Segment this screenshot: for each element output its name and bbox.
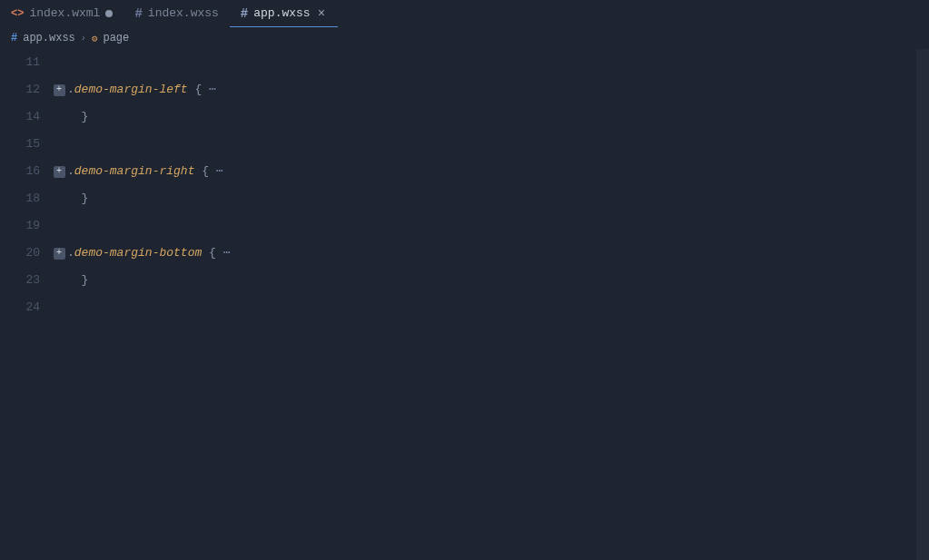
hash-icon: # xyxy=(241,6,248,21)
symbol-icon: ⚙ xyxy=(92,33,98,44)
tab-label: index.wxml xyxy=(29,6,100,20)
tab-label: index.wxss xyxy=(148,6,219,20)
tabs-bar: <>index.wxml#index.wxss#app.wxss× xyxy=(0,0,929,27)
line-number: 24 xyxy=(0,294,51,321)
chevron-right-icon: › xyxy=(81,34,86,44)
code-text[interactable]: } xyxy=(67,185,929,212)
editor-area[interactable]: 1112+.demo-margin-left { ⋯14 }1516+.demo… xyxy=(0,49,929,560)
line-number: 14 xyxy=(0,103,51,131)
code-text[interactable]: .demo-margin-bottom { ⋯ xyxy=(67,240,929,267)
tab-index-wxss[interactable]: #index.wxss xyxy=(124,0,229,27)
fold-gutter xyxy=(51,267,67,294)
code-line[interactable]: 16+.demo-margin-right { ⋯ xyxy=(0,158,929,185)
code-text[interactable]: .demo-margin-right { ⋯ xyxy=(67,158,929,185)
code-text[interactable]: } xyxy=(67,267,929,294)
expand-fold-icon[interactable]: + xyxy=(54,166,65,178)
line-number: 11 xyxy=(0,49,51,76)
tab-label: app.wxss xyxy=(253,6,310,20)
fold-gutter xyxy=(51,294,67,321)
code-line[interactable]: 23 } xyxy=(0,267,929,294)
vertical-scrollbar[interactable] xyxy=(916,49,929,560)
line-number: 19 xyxy=(0,212,51,240)
line-number: 23 xyxy=(0,267,51,294)
fold-gutter: + xyxy=(51,158,67,185)
code-text[interactable] xyxy=(67,294,929,321)
hash-icon: # xyxy=(134,6,142,21)
fold-gutter xyxy=(51,103,67,131)
fold-gutter xyxy=(51,49,67,76)
tab-app-wxss[interactable]: #app.wxss× xyxy=(230,0,338,27)
fold-gutter xyxy=(51,131,67,158)
code-line[interactable]: 12+.demo-margin-left { ⋯ xyxy=(0,76,929,103)
expand-fold-icon[interactable]: + xyxy=(54,248,65,260)
breadcrumb: # app.wxss › ⚙ page xyxy=(0,27,929,49)
hash-icon: # xyxy=(11,32,17,44)
dirty-indicator-icon xyxy=(105,10,113,17)
code-line[interactable]: 24 xyxy=(0,294,929,321)
line-number: 15 xyxy=(0,131,51,158)
line-number: 12 xyxy=(0,76,51,103)
fold-gutter xyxy=(51,212,67,240)
code-text[interactable] xyxy=(67,131,929,158)
fold-gutter: + xyxy=(51,240,67,267)
line-number: 18 xyxy=(0,185,51,212)
breadcrumb-symbol[interactable]: page xyxy=(103,32,129,44)
code-text[interactable] xyxy=(67,49,929,76)
code-text[interactable]: .demo-margin-left { ⋯ xyxy=(67,76,929,103)
code-text[interactable] xyxy=(67,212,929,240)
expand-fold-icon[interactable]: + xyxy=(54,84,65,96)
code-line[interactable]: 15 xyxy=(0,131,929,158)
code-line[interactable]: 18 } xyxy=(0,185,929,212)
code-text[interactable]: } xyxy=(67,103,929,131)
close-icon[interactable]: × xyxy=(316,6,327,21)
line-number: 16 xyxy=(0,158,51,185)
code-line[interactable]: 19 xyxy=(0,212,929,240)
tab-index-wxml[interactable]: <>index.wxml xyxy=(0,0,124,27)
code-line[interactable]: 14 } xyxy=(0,103,929,131)
breadcrumb-file[interactable]: app.wxss xyxy=(23,32,75,44)
fold-gutter: + xyxy=(51,76,67,103)
code-line[interactable]: 20+.demo-margin-bottom { ⋯ xyxy=(0,240,929,267)
code-line[interactable]: 11 xyxy=(0,49,929,76)
line-number: 20 xyxy=(0,240,51,267)
fold-gutter xyxy=(51,185,67,212)
code-icon: <> xyxy=(11,7,24,20)
